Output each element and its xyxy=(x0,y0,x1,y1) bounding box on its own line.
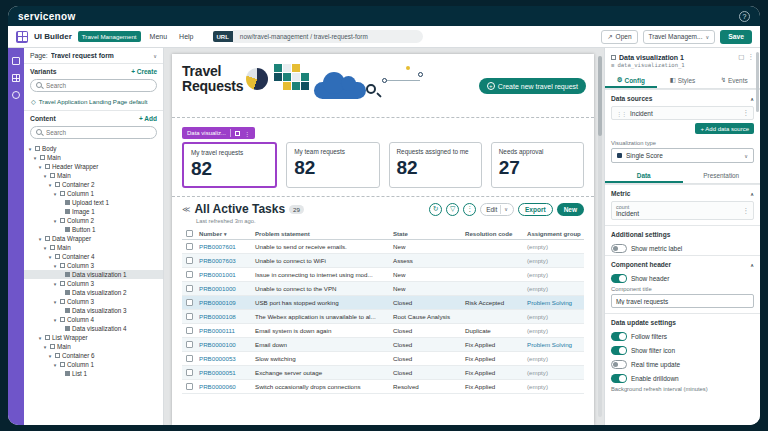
add-content-button[interactable]: + Add xyxy=(139,115,157,122)
row-checkbox[interactable] xyxy=(186,341,193,348)
select-all-checkbox[interactable] xyxy=(186,230,193,237)
canvas-scrollbar[interactable] xyxy=(598,56,602,417)
inspector-scrollbar-thumb[interactable] xyxy=(756,52,759,112)
kebab-icon[interactable]: ⋮ xyxy=(743,109,750,117)
metric-item[interactable]: count Incident ⋮ xyxy=(611,201,754,220)
row-checkbox[interactable] xyxy=(186,257,193,264)
rail-data-icon[interactable] xyxy=(12,91,20,99)
kebab-icon[interactable]: ⋮ xyxy=(743,207,750,215)
metric-card-my-team-requests[interactable]: My team requests 82 xyxy=(286,142,379,188)
tree-item-main[interactable]: ▾Main xyxy=(24,153,163,162)
duplicate-icon[interactable]: ▢ xyxy=(738,53,744,61)
additional-settings-header[interactable]: Additional settings xyxy=(605,225,760,241)
tree-item-main[interactable]: ▾Main xyxy=(24,342,163,351)
tree-item-container-6[interactable]: ▾Container 6 xyxy=(24,351,163,360)
row-assignment-group[interactable]: Problem Solving xyxy=(524,341,584,348)
component-header-section-header[interactable]: Component header ∧ xyxy=(605,255,760,271)
page-header-component[interactable]: Travel Requests xyxy=(172,54,594,118)
column-header-problem-statement[interactable]: Problem statement xyxy=(252,230,390,237)
toggle-show-filter-icon[interactable] xyxy=(611,346,627,355)
save-button[interactable]: Save xyxy=(720,30,752,44)
tree-item-container-4[interactable]: ▾Container 4 xyxy=(24,252,163,261)
row-number-link[interactable]: PRB0000051 xyxy=(196,369,252,376)
url-value[interactable]: now/travel-management / travel-request-f… xyxy=(233,30,423,43)
table-row-prb0001001[interactable]: PRB0001001Issue in connecting to interne… xyxy=(182,268,584,282)
column-header-number[interactable]: Number▾ xyxy=(196,230,252,237)
row-checkbox[interactable] xyxy=(186,313,193,320)
row-number-link[interactable]: PRB0007603 xyxy=(196,257,252,264)
row-number-link[interactable]: PRB0007601 xyxy=(196,243,252,250)
ui-builder-logo-icon[interactable] xyxy=(16,31,28,43)
table-row-prb0001000[interactable]: PRB0001000Unable to connect to the VPNNe… xyxy=(182,282,584,296)
tree-item-data-visualization-1[interactable]: Data visualization 1 xyxy=(24,270,163,279)
kebab-icon[interactable]: ⋮ xyxy=(748,53,755,61)
variants-search[interactable] xyxy=(30,79,157,92)
tree-item-list-1[interactable]: List 1 xyxy=(24,369,163,378)
table-row-prb0000053[interactable]: PRB0000053Slow switchingClosedFix Applie… xyxy=(182,352,584,366)
row-checkbox[interactable] xyxy=(186,355,193,362)
tree-item-list-wrapper[interactable]: ▾List Wrapper xyxy=(24,333,163,342)
row-checkbox[interactable] xyxy=(186,383,193,390)
toggle-show-header[interactable] xyxy=(611,274,627,283)
content-search[interactable] xyxy=(30,126,157,139)
row-assignment-group[interactable]: Problem Solving xyxy=(524,299,584,306)
tree-item-column-4[interactable]: ▾Column 4 xyxy=(24,315,163,324)
tree-item-header-wrapper[interactable]: ▾Header Wrapper xyxy=(24,162,163,171)
collapse-icon[interactable]: ≪ xyxy=(182,205,190,214)
metric-card-needs-approval[interactable]: Needs approval 27 xyxy=(491,142,584,188)
metric-section-header[interactable]: Metric ∧ xyxy=(605,184,760,200)
toggle-show-metric-label[interactable] xyxy=(611,244,627,253)
row-checkbox[interactable] xyxy=(186,271,193,278)
scope-chip[interactable]: Travel Management xyxy=(78,31,141,42)
table-row-prb0000109[interactable]: PRB0000109USB port has stopped workingCl… xyxy=(182,296,584,310)
visualization-type-dropdown[interactable]: Single Score ∨ xyxy=(611,148,754,163)
open-button[interactable]: ↗ Open xyxy=(601,30,637,44)
table-row-prb0000051[interactable]: PRB0000051Exchange server outageClosedFi… xyxy=(182,366,584,380)
subtab-data[interactable]: Data xyxy=(605,168,683,183)
create-variant-button[interactable]: + Create xyxy=(131,68,157,75)
experience-dropdown[interactable]: Travel Managem... ∨ xyxy=(643,30,716,44)
table-row-prb0000111[interactable]: PRB0000111Email system is down againClos… xyxy=(182,324,584,338)
component-selection-toolbar[interactable]: Data visualiz... ⋮ xyxy=(182,127,255,139)
row-number-link[interactable]: PRB0001001 xyxy=(196,271,252,278)
tree-item-column-2[interactable]: ▾Column 2 xyxy=(24,216,163,225)
table-row-prb0007601[interactable]: PRB0007601Unable to send or receive emai… xyxy=(182,240,584,254)
tree-item-image-1[interactable]: Image 1 xyxy=(24,207,163,216)
data-sources-section-header[interactable]: Data sources ∧ xyxy=(605,89,760,105)
kebab-icon[interactable]: ⋮ xyxy=(244,130,250,137)
row-number-link[interactable]: PRB0000053 xyxy=(196,355,252,362)
tree-item-data-visualization-2[interactable]: Data visualization 2 xyxy=(24,288,163,297)
tree-item-data-visualization-3[interactable]: Data visualization 3 xyxy=(24,306,163,315)
help-menu-button[interactable]: Help xyxy=(176,31,196,42)
tree-item-main[interactable]: ▾Main xyxy=(24,243,163,252)
more-actions-button[interactable]: ⋮ xyxy=(463,203,476,216)
row-checkbox[interactable] xyxy=(186,243,193,250)
tab-styles[interactable]: ◧Styles xyxy=(657,72,709,88)
data-update-settings-header[interactable]: Data update settings xyxy=(605,313,760,329)
tree-item-column-3[interactable]: ▾Column 3 xyxy=(24,279,163,288)
tree-item-column-1[interactable]: ▾Column 1 xyxy=(24,189,163,198)
tab-config[interactable]: ⚙Config xyxy=(605,72,657,88)
row-number-link[interactable]: PRB0000060 xyxy=(196,383,252,390)
canvas-scrollbar-thumb[interactable] xyxy=(598,56,602,136)
column-header-state[interactable]: State xyxy=(390,230,462,237)
table-row-prb0000060[interactable]: PRB0000060Switch occasionally drops conn… xyxy=(182,380,584,394)
content-search-input[interactable] xyxy=(46,129,151,136)
tree-item-main[interactable]: ▾Main xyxy=(24,171,163,180)
export-button[interactable]: Export xyxy=(518,203,553,216)
tree-item-data-wrapper[interactable]: ▾Data Wrapper xyxy=(24,234,163,243)
menu-button[interactable]: Menu xyxy=(147,31,171,42)
tab-events[interactable]: ↯Events xyxy=(708,72,760,88)
row-number-link[interactable]: PRB0001000 xyxy=(196,285,252,292)
tree-item-body[interactable]: ▾Body xyxy=(24,144,163,153)
variants-search-input[interactable] xyxy=(46,82,151,89)
variant-item[interactable]: ◇ Travel Application Landing Page defaul… xyxy=(24,96,163,111)
row-number-link[interactable]: PRB0000100 xyxy=(196,341,252,348)
refresh-button[interactable]: ↻ xyxy=(429,203,442,216)
tree-item-column-1[interactable]: ▾Column 1 xyxy=(24,360,163,369)
row-checkbox[interactable] xyxy=(186,327,193,334)
row-checkbox[interactable] xyxy=(186,285,193,292)
tree-item-data-visualization-4[interactable]: Data visualization 4 xyxy=(24,324,163,333)
toggle-enable-drilldown[interactable] xyxy=(611,374,627,383)
drag-handle-icon[interactable]: ⋮⋮ xyxy=(616,110,626,117)
